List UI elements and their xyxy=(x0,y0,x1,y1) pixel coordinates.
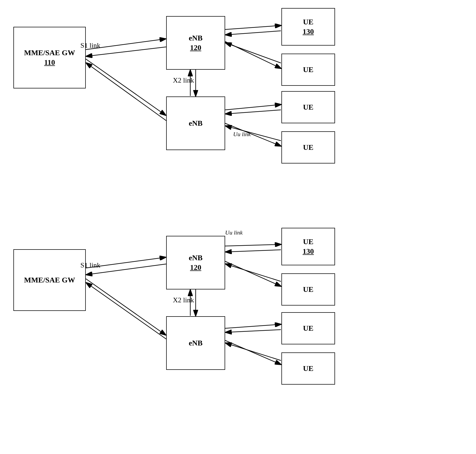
top-ue1-box: UE 130 xyxy=(281,8,335,46)
top-mme-gw-box: MME/SAE GW 110 xyxy=(13,27,86,88)
bot-enb2-label: eNB xyxy=(189,338,202,348)
svg-line-29 xyxy=(226,343,281,360)
top-enb1-box: eNB 120 xyxy=(166,16,225,70)
svg-line-11 xyxy=(226,43,281,63)
top-ue3-label: UE xyxy=(303,102,314,112)
svg-line-13 xyxy=(226,110,281,114)
svg-line-23 xyxy=(226,250,281,252)
svg-line-26 xyxy=(225,324,281,328)
top-ue2-box: UE xyxy=(281,54,335,86)
top-mme-gw-label: MME/SAE GW xyxy=(24,48,75,58)
svg-line-5 xyxy=(86,63,166,121)
svg-line-24 xyxy=(225,261,281,286)
bot-enb1-box: eNB 120 xyxy=(166,236,225,289)
bot-ue2-label: UE xyxy=(303,285,314,294)
bot-ue2-box: UE xyxy=(281,273,335,306)
bot-ue1-id: 130 xyxy=(303,247,314,256)
svg-line-10 xyxy=(225,42,281,68)
top-s1-link-label: S1 link xyxy=(80,42,100,50)
bot-ue1-label: UE xyxy=(303,237,314,247)
svg-line-19 xyxy=(86,283,166,339)
bot-enb1-label: eNB xyxy=(189,253,202,263)
top-enb1-label: eNB xyxy=(189,33,202,43)
bot-x2-link-label: X2 link xyxy=(173,296,194,304)
top-ue4-box: UE xyxy=(281,131,335,163)
top-uu-link-label: Uu link xyxy=(233,131,251,138)
top-mme-gw-id: 110 xyxy=(44,58,55,67)
bot-mme-gw-label: MME/SAE GW xyxy=(24,275,75,285)
svg-line-22 xyxy=(225,244,281,246)
bot-mme-gw-box: MME/SAE GW xyxy=(13,249,86,311)
bot-uu-link-label: Uu link xyxy=(225,229,243,236)
top-enb1-id: 120 xyxy=(190,43,201,53)
top-ue3-box: UE xyxy=(281,91,335,123)
svg-line-8 xyxy=(225,25,281,29)
top-ue1-id: 130 xyxy=(303,27,314,36)
svg-line-27 xyxy=(226,330,281,332)
bot-ue4-label: UE xyxy=(303,364,314,373)
bot-enb2-box: eNB xyxy=(166,316,225,370)
bot-ue4-box: UE xyxy=(281,352,335,385)
bot-s1-link-label: S1 link xyxy=(80,261,100,269)
diagram-container: MME/SAE GW 110 eNB 120 eNB UE 130 UE UE … xyxy=(0,0,476,454)
svg-line-28 xyxy=(225,340,281,364)
top-x2-link-label: X2 link xyxy=(173,76,194,84)
svg-line-25 xyxy=(226,264,281,281)
bot-ue3-box: UE xyxy=(281,312,335,344)
svg-line-4 xyxy=(86,59,166,115)
top-enb2-box: eNB xyxy=(166,96,225,150)
svg-line-12 xyxy=(225,105,281,110)
top-ue2-label: UE xyxy=(303,65,314,75)
svg-line-9 xyxy=(226,31,281,35)
bot-ue1-box: UE 130 xyxy=(281,228,335,265)
bot-ue3-label: UE xyxy=(303,323,314,333)
bot-enb1-id: 120 xyxy=(190,263,201,272)
svg-line-18 xyxy=(86,279,166,335)
top-enb2-label: eNB xyxy=(189,118,202,128)
top-ue1-label: UE xyxy=(303,17,314,27)
top-ue4-label: UE xyxy=(303,143,314,152)
